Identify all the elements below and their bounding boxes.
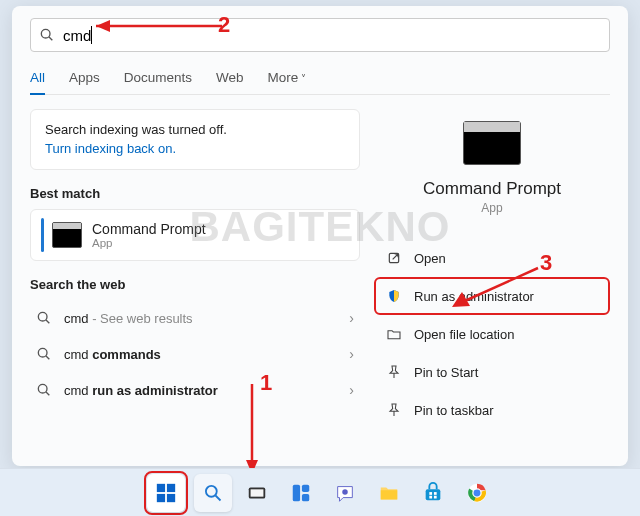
- web-result-label: cmd run as administrator: [64, 383, 349, 398]
- cmd-icon: [463, 121, 521, 165]
- web-result-2[interactable]: cmd run as administrator ›: [30, 372, 360, 408]
- indexing-card: Search indexing was turned off. Turn ind…: [30, 109, 360, 170]
- svg-rect-16: [167, 483, 175, 491]
- tab-more[interactable]: More: [268, 70, 307, 95]
- action-label: Open file location: [414, 327, 514, 342]
- preview-sub: App: [481, 201, 502, 215]
- annotation-label-3: 3: [540, 250, 552, 276]
- indexing-link[interactable]: Turn indexing back on.: [45, 141, 176, 156]
- preview-title: Command Prompt: [423, 179, 561, 199]
- svg-point-19: [206, 485, 217, 496]
- indexing-message: Search indexing was turned off.: [45, 122, 345, 137]
- tab-documents[interactable]: Documents: [124, 70, 192, 95]
- search-icon: [36, 310, 52, 326]
- pin-icon: [386, 402, 402, 418]
- svg-rect-24: [302, 484, 309, 491]
- folder-icon: [386, 326, 402, 342]
- search-box[interactable]: cmd: [30, 18, 610, 52]
- svg-rect-29: [429, 492, 432, 495]
- chevron-right-icon: ›: [349, 310, 354, 326]
- svg-rect-17: [157, 493, 165, 501]
- svg-rect-23: [293, 484, 300, 501]
- svg-line-5: [46, 356, 49, 359]
- svg-rect-15: [157, 483, 165, 491]
- web-result-label: cmd - See web results: [64, 311, 349, 326]
- svg-line-3: [46, 320, 49, 323]
- action-pin-start[interactable]: Pin to Start: [374, 353, 610, 391]
- action-label: Run as administrator: [414, 289, 534, 304]
- action-open-location[interactable]: Open file location: [374, 315, 610, 353]
- svg-rect-27: [381, 490, 398, 499]
- svg-line-1: [49, 37, 52, 40]
- store-button[interactable]: [414, 474, 452, 512]
- best-match-sub: App: [92, 237, 206, 249]
- file-explorer-button[interactable]: [370, 474, 408, 512]
- start-button[interactable]: [147, 474, 185, 512]
- search-icon: [36, 346, 52, 362]
- svg-point-4: [38, 348, 47, 357]
- annotation-label-2: 2: [218, 12, 230, 38]
- tab-all[interactable]: All: [30, 70, 45, 95]
- search-icon: [39, 27, 55, 43]
- chrome-button[interactable]: [458, 474, 496, 512]
- taskbar-search-button[interactable]: [194, 474, 232, 512]
- chat-button[interactable]: [326, 474, 364, 512]
- chevron-right-icon: ›: [349, 382, 354, 398]
- search-web-heading: Search the web: [30, 277, 360, 292]
- action-label: Open: [414, 251, 446, 266]
- action-label: Pin to Start: [414, 365, 478, 380]
- shield-icon: [386, 288, 402, 304]
- widgets-button[interactable]: [282, 474, 320, 512]
- filter-tabs: All Apps Documents Web More: [30, 70, 610, 95]
- best-match-heading: Best match: [30, 186, 360, 201]
- svg-rect-30: [434, 492, 437, 495]
- svg-rect-31: [429, 495, 432, 498]
- search-icon: [36, 382, 52, 398]
- svg-rect-25: [302, 493, 309, 500]
- results-column: Search indexing was turned off. Turn ind…: [30, 109, 360, 429]
- svg-rect-18: [167, 493, 175, 501]
- svg-line-20: [216, 495, 221, 500]
- selection-accent: [41, 218, 44, 252]
- search-query-text: cmd: [63, 27, 91, 44]
- svg-point-26: [342, 489, 348, 495]
- svg-rect-28: [426, 489, 441, 500]
- pin-icon: [386, 364, 402, 380]
- task-view-button[interactable]: [238, 474, 276, 512]
- search-input[interactable]: [92, 27, 601, 44]
- web-result-1[interactable]: cmd commands ›: [30, 336, 360, 372]
- preview-column: Command Prompt App Open Run as administr…: [374, 109, 610, 429]
- web-result-0[interactable]: cmd - See web results ›: [30, 300, 360, 336]
- svg-point-0: [41, 29, 50, 38]
- open-icon: [386, 250, 402, 266]
- action-label: Pin to taskbar: [414, 403, 494, 418]
- action-open[interactable]: Open: [374, 239, 610, 277]
- annotation-highlight-start: [144, 471, 188, 515]
- svg-line-7: [46, 392, 49, 395]
- cmd-icon: [52, 222, 82, 248]
- svg-point-6: [38, 384, 47, 393]
- svg-rect-32: [434, 495, 437, 498]
- taskbar: [0, 468, 640, 516]
- svg-point-2: [38, 312, 47, 321]
- svg-rect-22: [251, 489, 264, 496]
- best-match-title: Command Prompt: [92, 221, 206, 237]
- start-search-panel: cmd All Apps Documents Web More Search i…: [12, 6, 628, 466]
- web-result-label: cmd commands: [64, 347, 349, 362]
- tab-apps[interactable]: Apps: [69, 70, 100, 95]
- action-run-admin[interactable]: Run as administrator: [374, 277, 610, 315]
- action-pin-taskbar[interactable]: Pin to taskbar: [374, 391, 610, 429]
- chevron-right-icon: ›: [349, 346, 354, 362]
- annotation-label-1: 1: [260, 370, 272, 396]
- tab-web[interactable]: Web: [216, 70, 244, 95]
- best-match-item[interactable]: Command Prompt App: [30, 209, 360, 261]
